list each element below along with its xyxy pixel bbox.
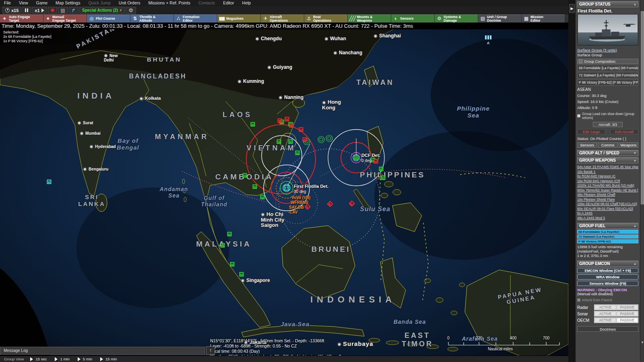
magazines-button[interactable]: ▮▮▮Magazines [217,14,260,23]
wra-window-button[interactable]: WRA Window [577,274,638,280]
aircraft-operations-button[interactable]: ✈Aircraft Operations [261,14,304,23]
weapon-link[interactable]: 156x SEALEM 08-02 Chaff [SEACLAD] [577,202,638,207]
group-alt-speed-header[interactable]: GROUP ALT / SPEED ▼ [577,150,638,156]
composition-row[interactable]: 72 Stalwart [La Fayette] (68 Formidable … [577,72,638,78]
friendly-unit[interactable] [289,140,293,144]
hostile-unit[interactable] [299,128,303,132]
menu-game[interactable]: Game [32,0,52,6]
manual-engage-button[interactable]: ⌖Manual Engage Target [43,14,87,23]
composition-row[interactable]: 68 Formidable [La Fayette] (68 Formidabl… [577,65,638,71]
fuel-gauge[interactable]: 72 Stalwart [La Fayette] [577,234,638,239]
emcon-window-button[interactable]: EMCON Window (Ctrl + F9) [577,268,638,273]
record-button[interactable] [48,7,57,14]
mounts-weapons-button[interactable]: ╱╱╱Mounts & Weapons [348,14,391,23]
sonar-passive-button[interactable]: PASSIVE [617,311,638,316]
special-actions-button[interactable]: Special Actions (2) ⚡ [79,7,125,14]
hostile-unit[interactable] [285,117,289,121]
time-compression-button[interactable]: x15 [2,7,21,14]
group-emcon-header[interactable]: GROUP EMCON ▲ [577,261,638,267]
sidebar-scrollbar[interactable]: ▼ [640,0,644,362]
systems-damage-button[interactable]: ⚙Systems & Damage [435,14,478,23]
aircraft-button[interactable]: Aircraft: 3/3 [593,122,623,127]
timestep-5min-button[interactable]: 5 min [75,356,98,362]
friendly-unit[interactable] [230,262,235,267]
formation-editor-button[interactable]: ∴Formation Editor [174,14,217,23]
message-log-bar[interactable]: Message Log [0,347,205,355]
hostile-unit[interactable] [278,119,282,123]
sonar-active-button[interactable]: ACTIVE [594,311,616,316]
weapon-link[interactable]: 48x Plessey Shield Chaff [577,193,638,197]
friendly-unit[interactable] [227,232,232,237]
friendly-unit[interactable] [221,243,225,248]
friendly-unit[interactable] [277,140,281,144]
surface-group-link[interactable]: Surface Group (3 units) [577,48,638,52]
boat-operations-button[interactable]: ⚓Boat Operations [304,14,347,23]
sensors-button[interactable]: ◐Sensors [391,14,434,23]
friendly-unit[interactable] [381,176,386,180]
group-composition-header[interactable]: Group Composition: [577,59,638,64]
comms-tab-button[interactable]: Comms [598,142,617,148]
radar-passive-button[interactable]: PASSIVE [617,305,638,310]
menu-help[interactable]: Help [238,0,255,6]
menu-view[interactable]: View [15,0,32,6]
weapon-link[interactable]: 6x A 244S [577,211,638,216]
fuel-gauge[interactable]: 68 Formidable [La Fayette] [577,230,638,234]
menu-missions-refpoints[interactable]: Missions + Ref. Points [144,0,194,6]
weapon-link[interactable]: 16x Plessey Shield Flare [577,197,638,202]
friendly-unit[interactable] [253,185,257,189]
throttle-altitude-button[interactable]: ⇅Throttle & Altitude [130,14,173,23]
selected-group-symbol[interactable] [284,185,289,191]
weapon-link[interactable]: 60x SEALIR 08-01 Flare [SEACLAD] [577,207,638,212]
group-weapons-header[interactable]: GROUP WEAPONS ▲ [577,157,638,163]
weapon-link[interactable]: 16x Barak 1 [577,170,638,175]
doctrines-button[interactable]: Doctrines [577,326,638,332]
scrollbar-down-icon[interactable]: ▼ [640,340,644,345]
friendly-unit[interactable] [260,195,265,200]
jump-button[interactable]: ↱ [69,7,78,14]
weapon-link[interactable]: 16x RGM-84G Harpoon ICR [577,179,638,184]
group-fuel-header[interactable]: GROUP FUEL ▲ [577,223,638,229]
composition-row[interactable]: P 88 Victory [FPB-62] (P 88 Victory [FPB… [577,79,638,86]
menu-map-settings[interactable]: Map Settings [52,0,84,6]
pause-button[interactable] [22,7,31,14]
dcf-group-symbol[interactable] [354,156,359,160]
scrollbar-thumb[interactable] [641,11,644,204]
satellite-icon[interactable] [485,35,491,39]
play-button[interactable]: x1 [32,7,47,14]
menu-file[interactable]: File [0,0,15,6]
message-log-expand-button[interactable]: ↑ [206,346,215,355]
friendly-unit[interactable] [295,151,300,155]
timestep-15min-button[interactable]: 15 min [98,356,123,362]
menu-unit-orders[interactable]: Unit Orders [115,0,144,6]
menu-editor[interactable]: Editor [219,0,238,6]
group-lead-checkbox[interactable]: Group Lead can slow down (group reform) [577,112,638,120]
hostile-unit[interactable] [374,159,378,164]
weapon-link[interactable]: 8x RGM-84D Harpoon IC [577,174,638,179]
friendly-unit[interactable] [251,122,255,127]
friendly-unit[interactable] [239,272,244,277]
timestep-15sec-button[interactable]: 15 sec [28,356,52,362]
weapons-tab-button[interactable]: Weapons [619,142,638,148]
map-layers-button[interactable]: ▤ [58,7,68,14]
hostile-unit[interactable] [303,138,307,142]
oecm-active-button[interactable]: ACTIVE [594,318,616,323]
mission-editor-button[interactable]: ▦Mission Editor [522,14,565,23]
sensors-tab-button[interactable]: Sensors [577,142,597,148]
friendly-unit[interactable] [379,167,384,171]
edit-cargo-button[interactable]: Edit Cargo [577,129,605,134]
radar-active-button[interactable]: ACTIVE [594,305,616,310]
sensors-window-button[interactable]: Sensors Window (F9) [577,281,638,286]
doctrine-button[interactable]: ▤Unit / Group Doctrine [478,14,521,23]
group-status-header[interactable]: GROUP STATUS ▲ [577,1,638,7]
weapon-link[interactable]: 64x Aster 15 PAAMS [GWS.45 Sea Viper] [577,165,638,170]
timestep-1min-button[interactable]: 1 min [52,356,75,362]
edit-aircraft-button[interactable]: Edit Aircraft [610,129,638,134]
weapon-link[interactable]: 900x 76mm/62 Super Rapido HE Burst [2 m [577,188,638,193]
inherit-parent-checkbox[interactable]: ✓ Inherit from Parent [577,298,638,302]
auto-engage-button[interactable]: ⌖Auto Engage Target [0,14,43,23]
friendly-unit[interactable] [243,173,247,178]
hostile-unit[interactable] [289,123,294,128]
fuel-gauge[interactable]: P 88 Victory [FPB-62] [577,239,638,243]
weapon-link[interactable]: 48x A 244S Mod 3 [577,216,638,221]
weapon-link[interactable]: 1020x 12.7mm/50 MG Burst [10 rnds] [577,183,638,188]
